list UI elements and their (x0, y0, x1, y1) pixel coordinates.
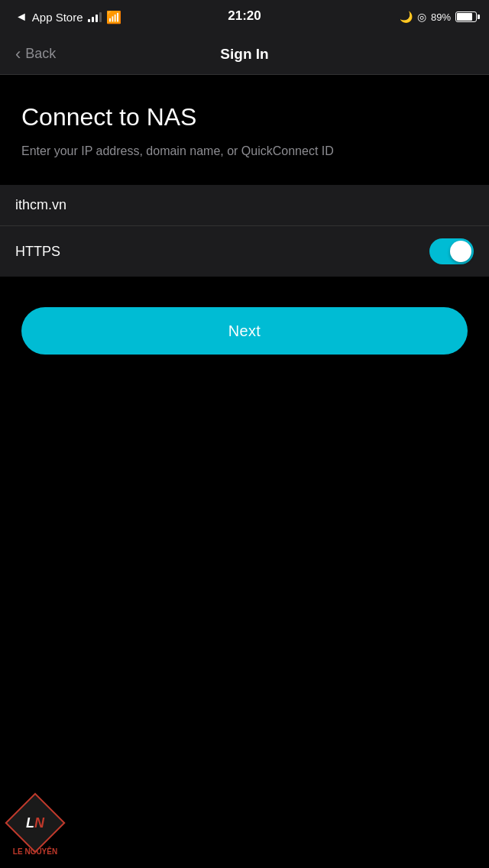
form-section: HTTPS (0, 185, 489, 277)
watermark-logo: LN (12, 800, 58, 846)
main-content: Connect to NAS Enter your IP address, do… (0, 75, 489, 160)
status-left: ◄ App Store 📶 (15, 10, 121, 24)
https-toggle-row: HTTPS (0, 226, 489, 277)
next-button-container: Next (0, 277, 489, 355)
connect-description: Enter your IP address, domain name, or Q… (21, 142, 468, 160)
https-toggle[interactable] (429, 238, 474, 264)
status-time: 21:20 (228, 8, 261, 24)
back-arrow-icon: ◄ (15, 10, 28, 24)
battery-fill (457, 13, 472, 21)
signal-bars-icon (88, 11, 102, 22)
back-label: Back (25, 46, 56, 62)
watermark-initials: LN (26, 815, 44, 831)
chevron-left-icon: ‹ (15, 46, 21, 63)
nav-bar: ‹ Back Sign In (0, 34, 489, 75)
toggle-knob (450, 241, 471, 262)
status-right: 🌙 ◎ 89% (400, 11, 477, 23)
connect-title: Connect to NAS (21, 102, 468, 131)
wifi-icon: 📶 (106, 10, 121, 24)
watermark: LN LE NGUYÊN (12, 800, 58, 856)
https-label: HTTPS (15, 244, 60, 260)
battery-pct-label: 89% (431, 11, 451, 23)
back-button[interactable]: ‹ Back (15, 46, 56, 63)
moon-icon: 🌙 (400, 11, 413, 23)
address-input-row[interactable] (0, 185, 489, 226)
carrier-label: App Store (32, 11, 83, 24)
next-button[interactable]: Next (21, 307, 468, 355)
address-input[interactable] (15, 197, 474, 213)
nav-title: Sign In (220, 46, 268, 63)
status-bar: ◄ App Store 📶 21:20 🌙 ◎ 89% (0, 0, 489, 34)
battery-icon (455, 11, 477, 22)
location-icon: ◎ (417, 11, 426, 23)
